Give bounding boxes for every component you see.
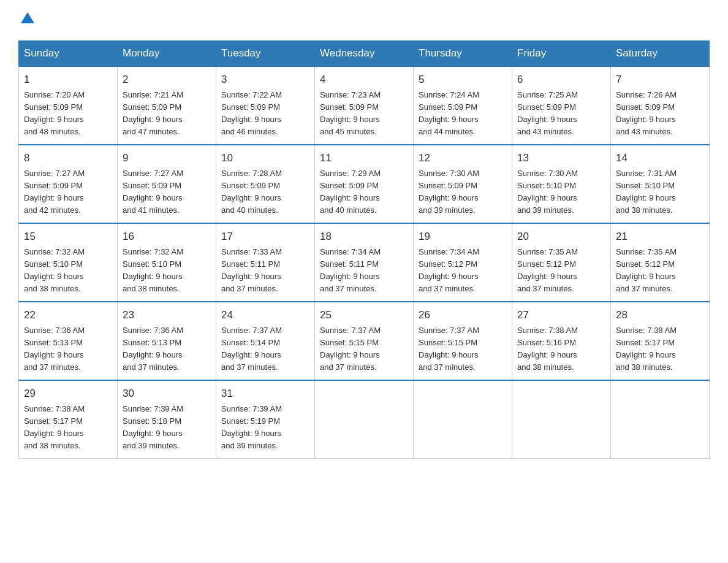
day-number: 24 bbox=[221, 307, 309, 323]
logo bbox=[18, 12, 34, 28]
calendar-day-cell: 8 Sunrise: 7:27 AMSunset: 5:09 PMDayligh… bbox=[19, 145, 118, 223]
day-info: Sunrise: 7:24 AMSunset: 5:09 PMDaylight:… bbox=[419, 90, 479, 136]
day-info: Sunrise: 7:36 AMSunset: 5:13 PMDaylight:… bbox=[123, 326, 183, 372]
day-number: 28 bbox=[616, 307, 704, 323]
calendar-day-cell: 19 Sunrise: 7:34 AMSunset: 5:12 PMDaylig… bbox=[414, 223, 512, 302]
day-number: 6 bbox=[517, 72, 605, 88]
header-cell-tuesday: Tuesday bbox=[216, 41, 315, 67]
calendar-day-cell: 31 Sunrise: 7:39 AMSunset: 5:19 PMDaylig… bbox=[216, 380, 315, 459]
calendar-day-cell bbox=[512, 380, 611, 459]
calendar-day-cell: 2 Sunrise: 7:21 AMSunset: 5:09 PMDayligh… bbox=[118, 66, 216, 145]
day-number: 16 bbox=[123, 229, 211, 245]
day-number: 20 bbox=[517, 229, 605, 245]
day-info: Sunrise: 7:32 AMSunset: 5:10 PMDaylight:… bbox=[123, 247, 183, 293]
day-info: Sunrise: 7:23 AMSunset: 5:09 PMDaylight:… bbox=[320, 90, 381, 136]
day-info: Sunrise: 7:27 AMSunset: 5:09 PMDaylight:… bbox=[123, 169, 183, 215]
calendar-day-cell: 26 Sunrise: 7:37 AMSunset: 5:15 PMDaylig… bbox=[414, 302, 512, 380]
day-info: Sunrise: 7:25 AMSunset: 5:09 PMDaylight:… bbox=[517, 90, 578, 136]
header-cell-wednesday: Wednesday bbox=[315, 41, 414, 67]
day-number: 30 bbox=[123, 386, 211, 402]
calendar-day-cell: 16 Sunrise: 7:32 AMSunset: 5:10 PMDaylig… bbox=[118, 223, 216, 302]
calendar-table: SundayMondayTuesdayWednesdayThursdayFrid… bbox=[18, 40, 710, 459]
calendar-day-cell: 28 Sunrise: 7:38 AMSunset: 5:17 PMDaylig… bbox=[611, 302, 710, 380]
day-info: Sunrise: 7:31 AMSunset: 5:10 PMDaylight:… bbox=[616, 169, 677, 215]
day-number: 23 bbox=[123, 307, 211, 323]
calendar-day-cell: 15 Sunrise: 7:32 AMSunset: 5:10 PMDaylig… bbox=[19, 223, 118, 302]
day-info: Sunrise: 7:34 AMSunset: 5:12 PMDaylight:… bbox=[419, 247, 479, 293]
calendar-day-cell: 3 Sunrise: 7:22 AMSunset: 5:09 PMDayligh… bbox=[216, 66, 315, 145]
calendar-day-cell: 10 Sunrise: 7:28 AMSunset: 5:09 PMDaylig… bbox=[216, 145, 315, 223]
day-info: Sunrise: 7:39 AMSunset: 5:18 PMDaylight:… bbox=[123, 404, 183, 450]
day-number: 5 bbox=[419, 72, 507, 88]
calendar-day-cell: 22 Sunrise: 7:36 AMSunset: 5:13 PMDaylig… bbox=[19, 302, 118, 380]
calendar-day-cell: 14 Sunrise: 7:31 AMSunset: 5:10 PMDaylig… bbox=[611, 145, 710, 223]
calendar-day-cell: 12 Sunrise: 7:30 AMSunset: 5:09 PMDaylig… bbox=[414, 145, 512, 223]
day-number: 31 bbox=[221, 386, 309, 402]
calendar-day-cell: 6 Sunrise: 7:25 AMSunset: 5:09 PMDayligh… bbox=[512, 66, 611, 145]
svg-marker-0 bbox=[21, 12, 34, 23]
header-cell-friday: Friday bbox=[512, 41, 611, 67]
calendar-day-cell bbox=[611, 380, 710, 459]
header-cell-sunday: Sunday bbox=[19, 41, 118, 67]
day-info: Sunrise: 7:22 AMSunset: 5:09 PMDaylight:… bbox=[221, 90, 282, 136]
calendar-day-cell: 13 Sunrise: 7:30 AMSunset: 5:10 PMDaylig… bbox=[512, 145, 611, 223]
calendar-day-cell: 23 Sunrise: 7:36 AMSunset: 5:13 PMDaylig… bbox=[118, 302, 216, 380]
day-number: 26 bbox=[419, 307, 507, 323]
calendar-day-cell: 21 Sunrise: 7:35 AMSunset: 5:12 PMDaylig… bbox=[611, 223, 710, 302]
day-info: Sunrise: 7:30 AMSunset: 5:09 PMDaylight:… bbox=[419, 169, 479, 215]
calendar-day-cell: 9 Sunrise: 7:27 AMSunset: 5:09 PMDayligh… bbox=[118, 145, 216, 223]
day-number: 12 bbox=[419, 150, 507, 166]
day-number: 17 bbox=[221, 229, 309, 245]
day-info: Sunrise: 7:20 AMSunset: 5:09 PMDaylight:… bbox=[24, 90, 85, 136]
day-info: Sunrise: 7:38 AMSunset: 5:17 PMDaylight:… bbox=[24, 404, 85, 450]
calendar-day-cell: 20 Sunrise: 7:35 AMSunset: 5:12 PMDaylig… bbox=[512, 223, 611, 302]
calendar-day-cell: 18 Sunrise: 7:34 AMSunset: 5:11 PMDaylig… bbox=[315, 223, 414, 302]
day-info: Sunrise: 7:39 AMSunset: 5:19 PMDaylight:… bbox=[221, 404, 282, 450]
day-number: 14 bbox=[616, 150, 704, 166]
day-info: Sunrise: 7:38 AMSunset: 5:17 PMDaylight:… bbox=[616, 326, 677, 372]
day-number: 22 bbox=[24, 307, 112, 323]
day-info: Sunrise: 7:30 AMSunset: 5:10 PMDaylight:… bbox=[517, 169, 578, 215]
header-row: SundayMondayTuesdayWednesdayThursdayFrid… bbox=[19, 41, 710, 67]
day-number: 8 bbox=[24, 150, 112, 166]
day-info: Sunrise: 7:37 AMSunset: 5:15 PMDaylight:… bbox=[320, 326, 381, 372]
day-info: Sunrise: 7:32 AMSunset: 5:10 PMDaylight:… bbox=[24, 247, 85, 293]
day-info: Sunrise: 7:27 AMSunset: 5:09 PMDaylight:… bbox=[24, 169, 85, 215]
calendar-day-cell: 4 Sunrise: 7:23 AMSunset: 5:09 PMDayligh… bbox=[315, 66, 414, 145]
day-info: Sunrise: 7:33 AMSunset: 5:11 PMDaylight:… bbox=[221, 247, 282, 293]
calendar-week-row: 8 Sunrise: 7:27 AMSunset: 5:09 PMDayligh… bbox=[19, 145, 710, 223]
day-number: 25 bbox=[320, 307, 408, 323]
day-number: 18 bbox=[320, 229, 408, 245]
day-info: Sunrise: 7:35 AMSunset: 5:12 PMDaylight:… bbox=[616, 247, 677, 293]
header-cell-thursday: Thursday bbox=[414, 41, 512, 67]
calendar-day-cell: 5 Sunrise: 7:24 AMSunset: 5:09 PMDayligh… bbox=[414, 66, 512, 145]
calendar-day-cell: 24 Sunrise: 7:37 AMSunset: 5:14 PMDaylig… bbox=[216, 302, 315, 380]
calendar-week-row: 15 Sunrise: 7:32 AMSunset: 5:10 PMDaylig… bbox=[19, 223, 710, 302]
day-number: 13 bbox=[517, 150, 605, 166]
header-cell-saturday: Saturday bbox=[611, 41, 710, 67]
day-number: 11 bbox=[320, 150, 408, 166]
day-number: 21 bbox=[616, 229, 704, 245]
day-info: Sunrise: 7:21 AMSunset: 5:09 PMDaylight:… bbox=[123, 90, 183, 136]
day-number: 27 bbox=[517, 307, 605, 323]
day-number: 7 bbox=[616, 72, 704, 88]
day-number: 3 bbox=[221, 72, 309, 88]
day-info: Sunrise: 7:37 AMSunset: 5:15 PMDaylight:… bbox=[419, 326, 479, 372]
calendar-day-cell: 17 Sunrise: 7:33 AMSunset: 5:11 PMDaylig… bbox=[216, 223, 315, 302]
day-number: 2 bbox=[123, 72, 211, 88]
logo-triangle-icon bbox=[21, 11, 34, 25]
calendar-day-cell: 7 Sunrise: 7:26 AMSunset: 5:09 PMDayligh… bbox=[611, 66, 710, 145]
calendar-day-cell bbox=[414, 380, 512, 459]
day-number: 9 bbox=[123, 150, 211, 166]
calendar-body: 1 Sunrise: 7:20 AMSunset: 5:09 PMDayligh… bbox=[19, 66, 710, 459]
day-number: 15 bbox=[24, 229, 112, 245]
day-number: 1 bbox=[24, 72, 112, 88]
calendar-day-cell: 25 Sunrise: 7:37 AMSunset: 5:15 PMDaylig… bbox=[315, 302, 414, 380]
day-info: Sunrise: 7:38 AMSunset: 5:16 PMDaylight:… bbox=[517, 326, 578, 372]
page-header bbox=[18, 12, 710, 28]
calendar-day-cell: 27 Sunrise: 7:38 AMSunset: 5:16 PMDaylig… bbox=[512, 302, 611, 380]
day-info: Sunrise: 7:28 AMSunset: 5:09 PMDaylight:… bbox=[221, 169, 282, 215]
day-number: 19 bbox=[419, 229, 507, 245]
header-cell-monday: Monday bbox=[118, 41, 216, 67]
day-info: Sunrise: 7:36 AMSunset: 5:13 PMDaylight:… bbox=[24, 326, 85, 372]
